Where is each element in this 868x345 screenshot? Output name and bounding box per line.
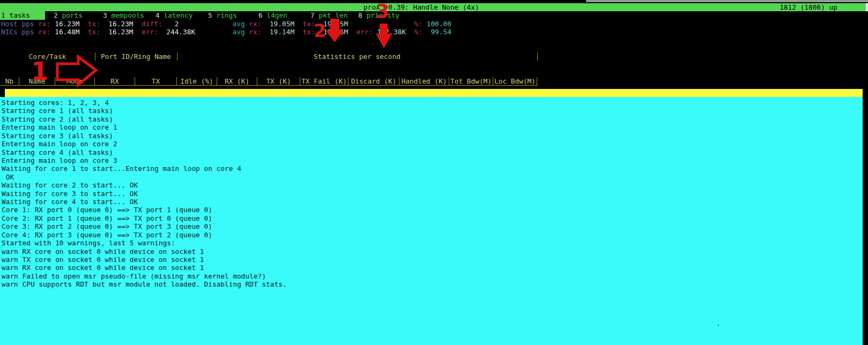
rx-value: 16.23M (50, 20, 87, 28)
avg-rx-label: rx: (249, 28, 261, 36)
log-line: Starting core 1 (all tasks) (2, 107, 863, 115)
nics-pps-row: NICs pps rx: 16.48M tx: 16.23M err: 244.… (1, 28, 451, 36)
err-label: err: (142, 28, 158, 36)
tab-label: ports (62, 11, 83, 19)
host-pps-row: Host pps rx: 16.23M tx: 16.23M diff: 2 a… (1, 20, 451, 28)
log-line: Entering main loop on core 3 (2, 156, 863, 164)
tab-number: 8 (358, 11, 362, 19)
col-handled: Handled (K) (399, 77, 449, 85)
col-tx-k: TX (K) (257, 77, 300, 85)
log-line: Entering main loop on core 2 (2, 140, 863, 148)
tab-label: pkt_len (318, 11, 347, 19)
avg-err-label: err: (357, 28, 373, 36)
table-header-row: Nb Name Mode RX TX Idle (%) RX (K) TX (K… (0, 77, 538, 86)
log-line: Starting core 3 (all tasks) (2, 132, 863, 140)
log-line: Core 1: RX port 0 (queue 0) ==> TX port … (2, 206, 863, 214)
log-line: OK (2, 173, 863, 181)
log-line: Core 3: RX port 2 (queue 0) ==> TX port … (2, 222, 863, 230)
col-tx: TX (135, 77, 177, 85)
log-line: warn CPU supports RDT but msr module not… (2, 280, 863, 288)
tab-label: latency (164, 11, 192, 19)
console-log[interactable]: Starting cores: 1, 2, 3, 4 Starting core… (0, 97, 863, 345)
pct-value: 100.00 (422, 20, 451, 28)
log-line: Started with 10 warnings, last 5 warning… (2, 239, 863, 247)
tab-rings[interactable]: 5 rings (208, 11, 237, 20)
log-line: Starting core 4 (all tasks) (2, 148, 863, 156)
avg-rx-value: 19.05M (261, 20, 302, 28)
tx-label: tx: (88, 28, 100, 36)
spacer (195, 28, 232, 36)
log-line: warn Failed to open msr pseudo-file (mis… (2, 272, 863, 280)
separator-bar (0, 89, 863, 97)
tab-l4gen[interactable]: 6 l4gen (258, 11, 287, 20)
tab-mempools[interactable]: 3 mempools (103, 11, 144, 20)
tab-label: rings (216, 11, 237, 19)
tab-latency[interactable]: 4 latency (155, 11, 192, 20)
log-line: Waiting for core 3 to start... OK (2, 190, 863, 198)
tab-label: mempools (111, 11, 144, 19)
tab-number: 5 (208, 11, 212, 19)
group-core-task: Core/Task (0, 52, 95, 61)
tab-number: 6 (258, 11, 263, 19)
tab-label: tasks (9, 11, 30, 19)
cursor-block (0, 89, 5, 97)
tab-bar: 1 tasks 2 ports 3 mempools 4 latency 5 r… (0, 11, 868, 20)
titlebar-corner-sliver (866, 3, 868, 11)
avg-tx-value: 19.05M (315, 28, 357, 36)
tab-pkt-len[interactable]: 7 pkt_len (310, 11, 347, 20)
avg-label: avg (233, 28, 249, 36)
pct-label: %: (414, 20, 422, 28)
avg-tx-value: 19.05M (315, 20, 348, 28)
col-loc-bdw: Loc Bdw(M) (493, 77, 537, 85)
log-line: Core 2: RX port 1 (queue 0) ==> TX port … (2, 214, 863, 222)
tab-priority[interactable]: 8 priority (358, 11, 399, 20)
group-port-id: Port ID/Ring Name (95, 52, 177, 61)
diff-label: diff: (142, 20, 162, 28)
log-line: warn RX core on socket 0 while device on… (2, 264, 863, 272)
log-line: warn TX core on socket 0 while device on… (2, 256, 863, 264)
avg-tx-label: tx: (303, 20, 315, 28)
diff-value: 2 (162, 20, 179, 28)
app-title: prox v0.39: Handle None (4x) (363, 3, 479, 11)
tab-number: 3 (103, 11, 107, 19)
spacer (348, 20, 414, 28)
col-rx: RX (95, 77, 135, 85)
group-statistics: Statistics per second (177, 52, 538, 61)
avg-tx-label: tx: (303, 28, 315, 36)
avg-err-value: 187.38K (373, 28, 414, 36)
avg-rx-value: 19.14M (261, 28, 302, 36)
table-group-row: Core/Task Port ID/Ring Name Statistics p… (0, 52, 538, 61)
col-tot-bdw: Tot Bdw(M) (449, 77, 493, 85)
log-line: Waiting for core 2 to start... OK (2, 181, 863, 189)
tab-number: 4 (155, 11, 160, 19)
pct-value: 99.54 (422, 28, 451, 36)
tx-value: 16.23M (100, 28, 142, 36)
tab-number: 2 (54, 11, 58, 19)
rx-label: rx: (38, 28, 50, 36)
rx-value: 16.48M (50, 28, 87, 36)
col-discard: Discard (K) (348, 77, 399, 85)
tab-number: 7 (310, 11, 315, 19)
tab-number: 1 (1, 11, 5, 19)
stray-dot: . (716, 319, 721, 327)
title-bar: prox v0.39: Handle None (4x) 1812 (1806)… (0, 3, 868, 11)
tx-label: tx: (88, 20, 100, 28)
avg-rx-label: rx: (249, 20, 261, 28)
log-line: Entering main loop on core 1 (2, 123, 863, 131)
log-line: Starting cores: 1, 2, 3, 4 (2, 99, 863, 107)
uptime-counter: 1812 (1806) up (780, 3, 837, 11)
tx-value: 16.23M (100, 20, 142, 28)
tab-ports[interactable]: 2 ports (54, 11, 83, 20)
log-line: Waiting for core 4 to start... OK (2, 198, 863, 206)
tab-tasks[interactable]: 1 tasks (0, 11, 45, 20)
err-value: 244.38K (158, 28, 195, 36)
tab-label: priority (366, 11, 399, 19)
col-rx-k: RX (K) (217, 77, 257, 85)
host-pps-label: Host pps (1, 20, 38, 28)
log-line: Core 4: RX port 3 (queue 0) ==> TX port … (2, 231, 863, 239)
col-idle: Idle (%) (177, 77, 217, 85)
spacer (179, 20, 232, 28)
col-tx-fail: TX Fail (K) (300, 77, 348, 85)
log-line: warn RX core on socket 0 while device on… (2, 248, 863, 256)
rx-label: rx: (38, 20, 50, 28)
